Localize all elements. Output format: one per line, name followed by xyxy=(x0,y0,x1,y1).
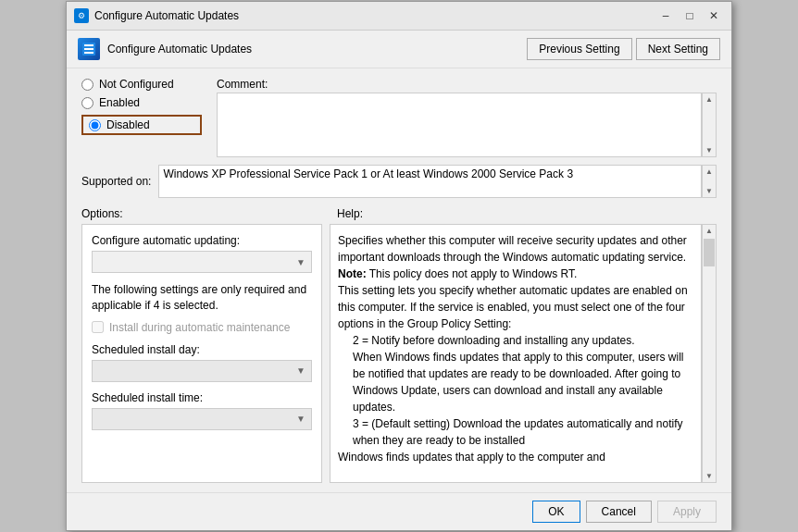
help-note-text: This policy does not apply to Windows RT… xyxy=(367,267,578,280)
configure-updates-window: ⚙ Configure Automatic Updates – □ ✕ Conf… xyxy=(66,1,732,531)
supported-value: Windows XP Professional Service Pack 1 o… xyxy=(158,165,702,198)
help-para4: 2 = Notify before downloading and instal… xyxy=(338,332,693,349)
header-buttons: Previous Setting Next Setting xyxy=(527,38,720,60)
comment-textarea[interactable] xyxy=(217,93,702,157)
svg-rect-2 xyxy=(84,48,94,50)
comment-label: Comment: xyxy=(217,78,717,91)
scheduled-time-section: Scheduled install time: ▼ xyxy=(92,391,312,430)
supported-section: Supported on: Windows XP Professional Se… xyxy=(81,165,717,198)
supported-value-text: Windows XP Professional Service Pack 1 o… xyxy=(163,167,573,180)
panels-row: Configure automatic updating: ▼ The foll… xyxy=(81,224,717,483)
titlebar-controls: – □ ✕ xyxy=(655,7,724,24)
comment-section: Comment: ▲ ▼ xyxy=(217,78,717,157)
scheduled-time-dropdown[interactable]: ▼ xyxy=(92,408,312,430)
svg-rect-1 xyxy=(84,44,94,46)
scheduled-time-arrow-icon: ▼ xyxy=(296,414,305,424)
cancel-button[interactable]: Cancel xyxy=(586,501,652,523)
titlebar: ⚙ Configure Automatic Updates – □ ✕ xyxy=(67,2,731,31)
comment-scrollbar: ▲ ▼ xyxy=(702,93,717,157)
install-maintenance-option[interactable]: Install during automatic maintenance xyxy=(92,321,312,334)
install-maintenance-checkbox[interactable] xyxy=(92,321,104,333)
scheduled-day-dropdown[interactable]: ▼ xyxy=(92,360,312,382)
minimize-button[interactable]: – xyxy=(655,7,676,24)
scheduled-day-section: Scheduled install day: ▼ xyxy=(92,343,312,382)
scheduled-time-label: Scheduled install time: xyxy=(92,391,312,404)
scheduled-day-label: Scheduled install day: xyxy=(92,343,312,356)
help-section-label: Help: xyxy=(337,207,717,220)
options-section-label: Options: xyxy=(81,207,330,220)
enabled-label: Enabled xyxy=(99,96,140,109)
not-configured-label: Not Configured xyxy=(99,78,174,91)
next-setting-button[interactable]: Next Setting xyxy=(636,38,720,60)
radio-group: Not Configured Enabled Disabled xyxy=(81,78,202,148)
header-left: Configure Automatic Updates xyxy=(78,38,252,60)
header-title: Configure Automatic Updates xyxy=(107,43,252,56)
scroll-up-icon[interactable]: ▲ xyxy=(705,227,713,235)
supported-label: Supported on: xyxy=(81,175,151,188)
help-para3: This setting lets you specify whether au… xyxy=(338,282,693,332)
not-configured-radio[interactable] xyxy=(81,79,94,91)
help-para1: Specifies whether this computer will rec… xyxy=(338,232,693,266)
scheduled-day-arrow-icon: ▼ xyxy=(296,365,305,376)
dialog-header: Configure Automatic Updates Previous Set… xyxy=(67,31,731,68)
help-scrollbar[interactable]: ▲ ▼ xyxy=(702,224,717,483)
scrollbar-thumb xyxy=(704,239,715,266)
configure-dropdown[interactable]: ▼ xyxy=(92,251,312,273)
apply-button: Apply xyxy=(657,501,717,523)
maximize-button[interactable]: □ xyxy=(680,7,700,24)
section-labels: Options: Help: xyxy=(81,207,717,220)
install-maintenance-label: Install during automatic maintenance xyxy=(109,321,290,334)
help-para5: When Windows finds updates that apply to… xyxy=(338,349,693,415)
configure-label: Configure automatic updating: xyxy=(92,234,312,247)
help-panel-wrapper: Specifies whether this computer will rec… xyxy=(330,224,717,483)
disabled-radio[interactable] xyxy=(89,119,101,131)
supported-scrollbar: ▲ ▼ xyxy=(702,165,717,198)
titlebar-left: ⚙ Configure Automatic Updates xyxy=(74,8,239,23)
enabled-option[interactable]: Enabled xyxy=(81,96,202,109)
titlebar-icon: ⚙ xyxy=(74,8,89,23)
disabled-option-selected[interactable]: Disabled xyxy=(81,115,202,135)
dialog-footer: OK Cancel Apply xyxy=(67,492,731,530)
help-para7: Windows finds updates that apply to the … xyxy=(338,449,693,465)
help-note-bold: Note: xyxy=(338,267,367,280)
titlebar-title: Configure Automatic Updates xyxy=(94,9,239,22)
main-content: Not Configured Enabled Disabled Comment: xyxy=(67,68,731,492)
header-icon xyxy=(78,38,100,60)
previous-setting-button[interactable]: Previous Setting xyxy=(527,38,631,60)
scroll-down-icon[interactable]: ▼ xyxy=(705,472,713,480)
close-button[interactable]: ✕ xyxy=(704,7,724,24)
dropdown-arrow-icon: ▼ xyxy=(296,257,305,267)
enabled-radio[interactable] xyxy=(81,97,94,109)
not-configured-option[interactable]: Not Configured xyxy=(81,78,202,91)
ok-button[interactable]: OK xyxy=(532,501,580,523)
help-panel[interactable]: Specifies whether this computer will rec… xyxy=(330,224,702,483)
options-panel: Configure automatic updating: ▼ The foll… xyxy=(81,224,322,483)
disabled-label: Disabled xyxy=(106,118,150,131)
options-note: The following settings are only required… xyxy=(92,282,312,314)
svg-rect-3 xyxy=(84,52,94,54)
help-para6: 3 = (Default setting) Download the updat… xyxy=(338,415,693,449)
help-para2: Note: This policy does not apply to Wind… xyxy=(338,266,693,282)
